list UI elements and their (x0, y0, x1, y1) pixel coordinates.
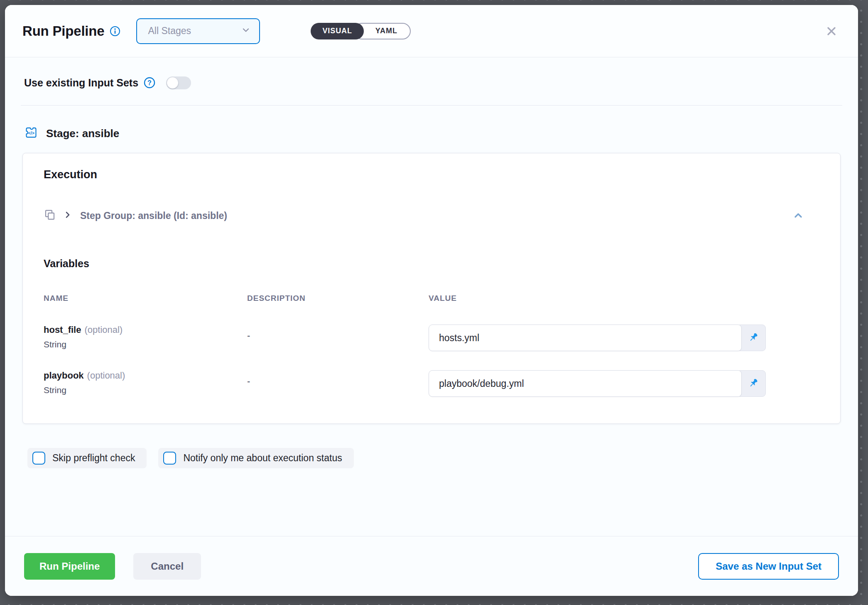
column-header-name: NAME (44, 294, 247, 303)
variables-title: Variables (44, 258, 819, 270)
execution-title: Execution (44, 168, 819, 181)
run-pipeline-button[interactable]: Run Pipeline (24, 553, 115, 580)
svg-text:</>: </> (28, 130, 34, 135)
skip-preflight-label: Skip preflight check (52, 453, 135, 464)
variable-description: - (247, 325, 429, 341)
step-group-row[interactable]: Step Group: ansible (Id: ansible) (44, 209, 819, 223)
column-header-value: VALUE (429, 294, 819, 303)
variable-optional-tag: (optional) (87, 370, 125, 381)
variable-value-group (429, 370, 766, 397)
host-file-input[interactable] (429, 325, 742, 351)
variable-description: - (247, 370, 429, 387)
info-icon[interactable] (110, 26, 120, 38)
use-existing-input-sets-toggle[interactable] (166, 76, 191, 89)
step-group-icon (44, 209, 56, 223)
table-row: playbook(optional) String - (44, 370, 819, 397)
stage-label: Stage: ansible (46, 127, 119, 140)
step-group-label: Step Group: ansible (Id: ansible) (80, 210, 227, 221)
variable-optional-tag: (optional) (84, 325, 123, 335)
skip-preflight-checkbox[interactable] (32, 452, 45, 465)
chevron-down-icon (241, 25, 251, 37)
stage-row: </> Stage: ansible (5, 106, 858, 141)
dialog-header: Run Pipeline All Stages VISUAL YAML (5, 5, 858, 57)
run-pipeline-dialog: Run Pipeline All Stages VISUAL YAML Use … (5, 5, 858, 596)
variable-type: String (44, 385, 247, 395)
cancel-button[interactable]: Cancel (133, 553, 201, 580)
notify-me-option[interactable]: Notify only me about execution status (158, 448, 353, 468)
variable-type: String (44, 339, 247, 349)
skip-preflight-option[interactable]: Skip preflight check (27, 448, 147, 468)
variable-name-cell: playbook(optional) String (44, 370, 247, 395)
column-header-description: DESCRIPTION (247, 294, 429, 303)
variables-table: NAME DESCRIPTION VALUE host_file(optiona… (44, 294, 819, 397)
pin-icon (748, 332, 759, 344)
chevron-right-icon[interactable] (64, 211, 72, 221)
tab-visual[interactable]: VISUAL (311, 23, 363, 39)
execution-options: Skip preflight check Notify only me abou… (27, 448, 858, 468)
dialog-footer: Run Pipeline Cancel Save as New Input Se… (5, 536, 858, 596)
playbook-input[interactable] (429, 370, 742, 397)
use-existing-input-sets-label: Use existing Input Sets (24, 77, 138, 89)
dialog-body: Use existing Input Sets ? </> Stage: ans… (5, 57, 858, 596)
notify-me-label: Notify only me about execution status (183, 453, 342, 464)
variable-value-group (429, 325, 766, 351)
execution-card: Execution Step Group: ansible (Id: ansib… (22, 153, 841, 424)
variable-name: host_file (44, 325, 81, 335)
custom-stage-icon: </> (24, 125, 38, 141)
pin-icon (748, 377, 759, 390)
chevron-up-icon[interactable] (792, 209, 804, 222)
notify-me-checkbox[interactable] (163, 452, 176, 465)
table-row: host_file(optional) String - (44, 325, 819, 351)
save-as-new-input-set-button[interactable]: Save as New Input Set (698, 553, 839, 580)
toggle-knob (167, 77, 178, 89)
stage-select-dropdown[interactable]: All Stages (136, 18, 260, 44)
variable-name-cell: host_file(optional) String (44, 325, 247, 349)
help-icon[interactable]: ? (144, 77, 155, 90)
variables-table-header: NAME DESCRIPTION VALUE (44, 294, 819, 303)
variable-name: playbook (44, 370, 84, 381)
use-existing-input-sets-row: Use existing Input Sets ? (5, 57, 858, 90)
visual-yaml-toggle: VISUAL YAML (311, 23, 410, 39)
stage-select-value: All Stages (148, 25, 191, 37)
close-icon[interactable] (823, 23, 840, 39)
page-title: Run Pipeline (22, 23, 104, 39)
svg-text:?: ? (147, 79, 152, 86)
